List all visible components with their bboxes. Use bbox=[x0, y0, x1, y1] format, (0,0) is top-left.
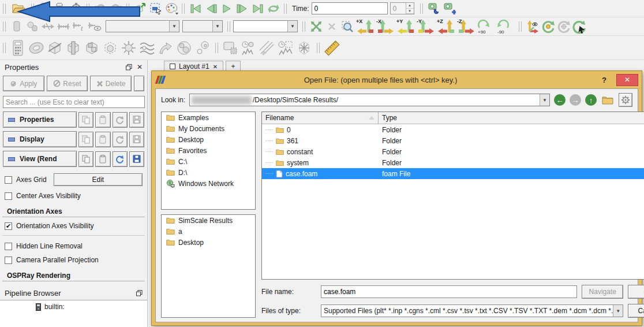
dialog-titlebar[interactable]: Open File: (open multiple files with <ct… bbox=[155, 71, 638, 88]
toolbar-grip[interactable] bbox=[215, 43, 218, 53]
set-view-minus-z-button[interactable]: -Z bbox=[456, 18, 476, 35]
places-list: Examples My Documents Desktop Favorites … bbox=[161, 112, 256, 210]
toolbar-grip[interactable] bbox=[182, 3, 185, 14]
first-frame-icon[interactable] bbox=[188, 1, 203, 16]
show-orientation-axes-icon[interactable] bbox=[525, 19, 540, 34]
ok-button[interactable]: OK bbox=[628, 285, 644, 299]
previous-frame-icon[interactable] bbox=[203, 1, 219, 16]
filename-column-header[interactable]: Filename bbox=[262, 112, 379, 124]
reset-camera-icon[interactable] bbox=[308, 19, 324, 34]
edit-axes-grid-button[interactable]: Edit bbox=[54, 173, 143, 186]
up-folder-button[interactable]: ↑ bbox=[585, 94, 597, 106]
toolbar-grip[interactable] bbox=[3, 43, 6, 53]
dialog-close-button[interactable]: ✕ bbox=[616, 74, 638, 86]
place-item-network[interactable]: Windows Network bbox=[162, 178, 255, 189]
time-index-spinner[interactable]: 0 ▲▼ bbox=[390, 2, 414, 14]
recent-item[interactable]: SimScale Results bbox=[162, 215, 255, 226]
file-name-input[interactable] bbox=[321, 285, 577, 298]
toolbar-grip[interactable] bbox=[31, 3, 34, 14]
open-file-dialog: Open File: (open multiple files with <ct… bbox=[151, 70, 642, 326]
toolbar-grip[interactable] bbox=[3, 3, 6, 14]
create-folder-icon[interactable] bbox=[601, 92, 615, 107]
toolbar-grip[interactable] bbox=[3, 21, 6, 32]
extract-data-icon[interactable] bbox=[132, 1, 148, 16]
toolbar-grip[interactable] bbox=[302, 21, 305, 32]
section-view-button[interactable]: View (Rend bbox=[3, 151, 77, 167]
rotate-90-ccw-button[interactable]: -90 bbox=[496, 18, 515, 35]
rotate-90-cw-button[interactable]: +90 bbox=[476, 18, 496, 35]
file-row[interactable]: 361 Folder bbox=[262, 135, 644, 146]
reset-center-icon[interactable] bbox=[540, 19, 556, 34]
back-button[interactable]: ← bbox=[554, 94, 566, 106]
set-view-plus-z-button[interactable]: +Z bbox=[436, 18, 456, 35]
camera-adjust-icon[interactable] bbox=[426, 1, 441, 16]
set-view-plus-y-button[interactable]: +Y bbox=[395, 18, 415, 35]
look-in-dropdown-arrow[interactable]: ▼ bbox=[540, 94, 549, 106]
paste-view-icon[interactable] bbox=[95, 151, 110, 167]
toolbar-grip[interactable] bbox=[227, 21, 230, 32]
spinner-arrows[interactable]: ▲▼ bbox=[406, 3, 414, 14]
pipeline-item-builtin[interactable]: builtin: bbox=[36, 303, 147, 311]
representation-combo[interactable]: ▼ bbox=[233, 20, 298, 32]
select-cells-icon[interactable] bbox=[148, 1, 163, 16]
copy-view-icon[interactable] bbox=[78, 151, 93, 167]
set-view-minus-x-button[interactable]: -X bbox=[375, 18, 395, 35]
section-display-button[interactable]: Display bbox=[3, 131, 77, 147]
toolbar-grip[interactable] bbox=[284, 3, 287, 14]
toolbar-grip[interactable] bbox=[420, 3, 423, 14]
camera-add-icon[interactable] bbox=[441, 1, 457, 16]
toolbar-grip[interactable] bbox=[519, 21, 522, 32]
dialog-settings-gear-icon[interactable] bbox=[619, 93, 632, 107]
files-of-type-combo[interactable]: Supported Files (plt* *.inp *.cgns *.cml… bbox=[321, 304, 623, 317]
connect-server-icon[interactable] bbox=[37, 1, 53, 16]
reload-view-icon[interactable] bbox=[113, 151, 128, 167]
ruler-icon[interactable] bbox=[323, 38, 341, 58]
place-item[interactable]: D:\ bbox=[162, 167, 255, 178]
float-pipeline-icon[interactable] bbox=[136, 290, 143, 296]
file-row-selected[interactable]: case.foam foam File bbox=[262, 168, 644, 179]
set-view-plus-x-button[interactable]: +X bbox=[355, 18, 375, 35]
set-view-minus-y-button[interactable]: -Y bbox=[415, 18, 436, 35]
place-item[interactable]: Desktop bbox=[162, 134, 255, 145]
loop-icon[interactable] bbox=[265, 1, 281, 16]
last-frame-icon[interactable] bbox=[250, 1, 265, 16]
disconnect-server-icon[interactable] bbox=[53, 1, 68, 16]
close-panel-icon[interactable]: ✕ bbox=[137, 63, 143, 71]
look-in-combo[interactable]: /Desktop/SimScale Results/ ▼ bbox=[189, 94, 550, 106]
toolbar-grip[interactable] bbox=[126, 3, 129, 14]
place-item[interactable]: My Documents bbox=[162, 123, 255, 134]
zoom-closest-icon[interactable] bbox=[571, 19, 587, 34]
save-view-icon[interactable] bbox=[129, 151, 144, 167]
tab-close-icon[interactable]: ✕ bbox=[213, 64, 218, 70]
open-file-icon[interactable] bbox=[9, 1, 28, 16]
recent-item[interactable]: Desktop bbox=[162, 237, 255, 248]
recent-item[interactable]: a bbox=[162, 226, 255, 237]
place-item[interactable]: Examples bbox=[162, 112, 255, 123]
center-axes-checkbox[interactable] bbox=[5, 192, 12, 200]
zoom-to-box-icon[interactable] bbox=[339, 19, 355, 34]
color-palette-icon[interactable] bbox=[163, 1, 179, 16]
collapse-icon bbox=[8, 118, 15, 122]
file-row[interactable]: 0 Folder bbox=[262, 124, 644, 135]
dialog-help-button[interactable]: ? bbox=[597, 74, 612, 86]
search-input[interactable] bbox=[3, 96, 145, 108]
axes-grid-checkbox[interactable] bbox=[5, 176, 12, 184]
place-item[interactable]: Favorites bbox=[162, 145, 255, 156]
file-row[interactable]: constant Folder bbox=[262, 146, 644, 157]
section-properties-button[interactable]: Properties bbox=[3, 112, 77, 128]
orientation-axes-visibility-checkbox[interactable]: ✔ bbox=[5, 222, 12, 230]
cancel-button[interactable]: Cancel bbox=[628, 304, 644, 318]
time-input[interactable] bbox=[312, 2, 388, 14]
toolbar-grip[interactable] bbox=[317, 43, 320, 53]
camera-parallel-projection-checkbox[interactable] bbox=[5, 257, 12, 264]
play-icon[interactable] bbox=[219, 1, 234, 16]
type-column-header[interactable]: Type bbox=[379, 112, 644, 124]
hidden-line-removal-checkbox[interactable] bbox=[5, 243, 12, 250]
timer-icon[interactable] bbox=[68, 1, 84, 16]
toolbar-grip[interactable] bbox=[87, 3, 89, 14]
file-row[interactable]: system Folder bbox=[262, 157, 644, 168]
float-panel-icon[interactable] bbox=[126, 64, 132, 70]
files-of-type-dropdown-arrow[interactable]: ▼ bbox=[613, 305, 623, 317]
next-frame-icon[interactable] bbox=[234, 1, 250, 16]
place-item[interactable]: C:\ bbox=[162, 156, 255, 167]
